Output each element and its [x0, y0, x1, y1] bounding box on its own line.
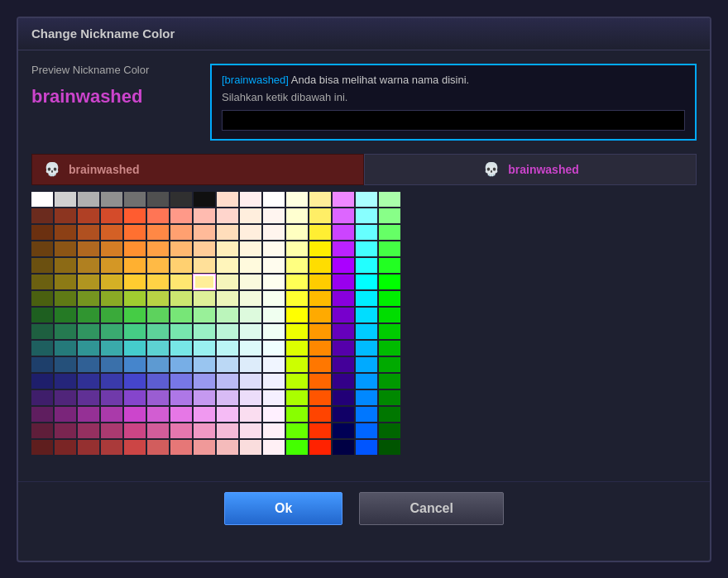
color-swatch[interactable]	[194, 423, 215, 438]
color-swatch[interactable]	[217, 390, 238, 405]
color-swatch[interactable]	[379, 275, 400, 289]
color-swatch[interactable]	[78, 423, 99, 438]
color-swatch[interactable]	[170, 291, 192, 306]
color-swatch[interactable]	[333, 192, 354, 207]
color-swatch[interactable]	[31, 225, 53, 240]
color-swatch[interactable]	[217, 341, 238, 356]
color-swatch[interactable]	[170, 275, 192, 289]
color-swatch[interactable]	[263, 258, 285, 273]
color-swatch[interactable]	[309, 341, 331, 356]
color-swatch[interactable]	[379, 341, 400, 356]
color-swatch[interactable]	[333, 324, 354, 339]
color-swatch[interactable]	[217, 258, 238, 273]
color-swatch[interactable]	[286, 208, 308, 223]
color-swatch[interactable]	[356, 225, 377, 240]
color-swatch[interactable]	[170, 241, 192, 256]
color-swatch[interactable]	[170, 407, 192, 422]
color-swatch[interactable]	[194, 357, 215, 372]
color-swatch[interactable]	[240, 208, 261, 223]
color-swatch[interactable]	[147, 208, 169, 223]
color-swatch[interactable]	[78, 208, 99, 223]
color-swatch[interactable]	[194, 374, 215, 389]
color-swatch[interactable]	[356, 390, 377, 405]
color-swatch[interactable]	[124, 275, 146, 289]
color-swatch[interactable]	[356, 192, 377, 207]
color-swatch[interactable]	[286, 225, 308, 240]
color-swatch[interactable]	[78, 324, 99, 339]
color-swatch[interactable]	[263, 225, 285, 240]
color-swatch[interactable]	[78, 275, 99, 289]
color-swatch[interactable]	[55, 258, 76, 273]
color-swatch[interactable]	[147, 241, 169, 256]
color-swatch[interactable]	[309, 324, 331, 339]
color-swatch[interactable]	[101, 225, 122, 240]
cancel-button[interactable]: Cancel	[359, 492, 503, 525]
color-swatch[interactable]	[263, 374, 285, 389]
color-swatch[interactable]	[147, 225, 169, 240]
color-swatch[interactable]	[78, 192, 99, 207]
color-swatch[interactable]	[55, 192, 76, 207]
color-swatch[interactable]	[101, 407, 122, 422]
color-swatch[interactable]	[286, 308, 308, 322]
color-swatch[interactable]	[356, 357, 377, 372]
color-swatch[interactable]	[124, 423, 146, 438]
color-swatch[interactable]	[101, 357, 122, 372]
color-swatch[interactable]	[333, 407, 354, 422]
color-swatch[interactable]	[356, 374, 377, 389]
color-swatch[interactable]	[170, 192, 192, 207]
color-swatch[interactable]	[217, 440, 238, 455]
color-swatch[interactable]	[217, 291, 238, 306]
color-swatch[interactable]	[263, 308, 285, 322]
color-swatch[interactable]	[147, 275, 169, 289]
color-swatch[interactable]	[55, 241, 76, 256]
color-swatch[interactable]	[240, 275, 261, 289]
color-swatch[interactable]	[263, 357, 285, 372]
color-swatch[interactable]	[101, 341, 122, 356]
color-swatch[interactable]	[31, 258, 53, 273]
color-swatch[interactable]	[240, 308, 261, 322]
color-swatch[interactable]	[78, 225, 99, 240]
color-swatch[interactable]	[147, 308, 169, 322]
color-swatch[interactable]	[333, 440, 354, 455]
color-swatch[interactable]	[217, 225, 238, 240]
color-swatch[interactable]	[333, 225, 354, 240]
color-swatch[interactable]	[101, 241, 122, 256]
color-swatch[interactable]	[55, 208, 76, 223]
color-swatch[interactable]	[147, 324, 169, 339]
color-swatch[interactable]	[356, 208, 377, 223]
color-swatch[interactable]	[309, 440, 331, 455]
color-swatch[interactable]	[379, 208, 400, 223]
color-swatch[interactable]	[78, 390, 99, 405]
color-swatch[interactable]	[194, 440, 215, 455]
color-swatch[interactable]	[124, 192, 146, 207]
color-swatch[interactable]	[286, 390, 308, 405]
color-swatch[interactable]	[217, 208, 238, 223]
color-swatch[interactable]	[379, 258, 400, 273]
color-swatch[interactable]	[124, 324, 146, 339]
color-swatch[interactable]	[286, 440, 308, 455]
color-swatch[interactable]	[31, 324, 53, 339]
color-swatch[interactable]	[55, 308, 76, 322]
color-swatch[interactable]	[309, 241, 331, 256]
color-swatch[interactable]	[194, 192, 215, 207]
color-swatch[interactable]	[240, 241, 261, 256]
color-swatch[interactable]	[240, 225, 261, 240]
color-swatch[interactable]	[170, 390, 192, 405]
color-swatch[interactable]	[240, 390, 261, 405]
color-swatch[interactable]	[55, 423, 76, 438]
color-swatch[interactable]	[356, 423, 377, 438]
color-swatch[interactable]	[124, 341, 146, 356]
color-swatch[interactable]	[240, 423, 261, 438]
color-swatch[interactable]	[31, 275, 53, 289]
color-swatch[interactable]	[286, 275, 308, 289]
color-swatch[interactable]	[78, 374, 99, 389]
color-swatch[interactable]	[78, 291, 99, 306]
color-swatch[interactable]	[170, 308, 192, 322]
color-swatch[interactable]	[101, 275, 122, 289]
color-swatch[interactable]	[31, 440, 53, 455]
color-swatch[interactable]	[240, 192, 261, 207]
color-swatch[interactable]	[217, 423, 238, 438]
color-swatch[interactable]	[309, 407, 331, 422]
nickname-input[interactable]	[222, 110, 685, 131]
color-swatch[interactable]	[147, 192, 169, 207]
